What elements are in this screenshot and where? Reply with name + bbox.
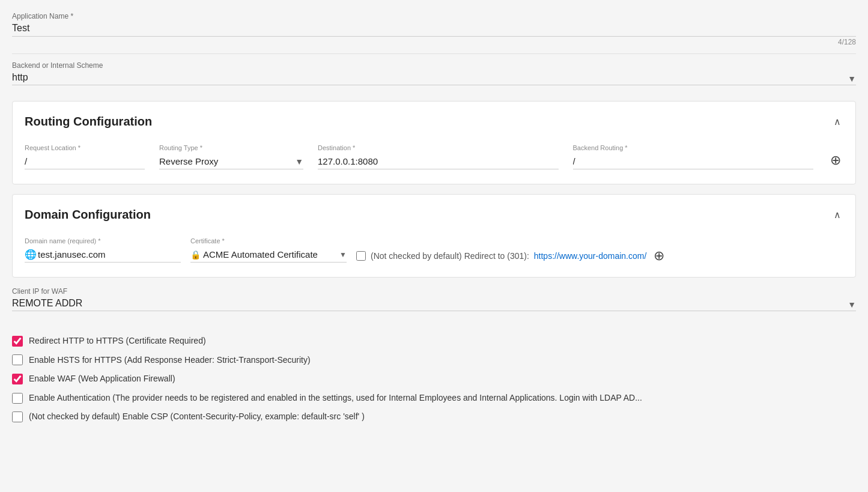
request-location-label: Request Location *	[25, 144, 145, 151]
checkboxes-section: Redirect HTTP to HTTPS (Certificate Requ…	[12, 335, 856, 423]
certificate-select[interactable]: ACME Automated Certificate Custom Certif…	[203, 247, 348, 262]
checkbox-row-3: Enable Authentication (The provider need…	[12, 392, 856, 404]
cert-wrapper: 🔒 ACME Automated Certificate Custom Cert…	[190, 247, 347, 263]
domain-name-input[interactable]	[38, 247, 181, 262]
redirect-url-link[interactable]: https://www.your-domain.com/	[534, 251, 647, 261]
routing-type-label: Routing Type *	[159, 144, 303, 151]
page-container: Application Name * 4/128 Backend or Inte…	[0, 0, 868, 492]
char-count: 4/128	[12, 38, 856, 46]
routing-add-col: ⊕	[828, 154, 843, 169]
client-ip-wrapper: REMOTE ADDR X-Forwarded-For X-Real-IP ▼	[12, 298, 856, 311]
routing-type-select[interactable]: Reverse Proxy Redirect Static Files	[159, 154, 303, 169]
domain-name-input-wrapper: 🌐	[25, 247, 181, 263]
divider-1	[12, 53, 856, 54]
domain-config-title: Domain Configuration	[25, 208, 151, 222]
backend-routing-label: Backend Routing *	[573, 144, 814, 151]
backend-scheme-select[interactable]: http https	[12, 72, 856, 82]
redirect-checkbox[interactable]	[356, 251, 366, 261]
routing-config-card: Routing Configuration ∧ Request Location…	[12, 101, 856, 184]
routing-type-wrapper: Reverse Proxy Redirect Static Files ▼	[159, 154, 303, 169]
domain-form-row: Domain name (required) * 🌐 Certificate *…	[25, 237, 843, 263]
redirect-col: (Not checked by default) Redirect to (30…	[356, 249, 843, 263]
domain-name-col: Domain name (required) * 🌐	[25, 237, 181, 263]
certificate-col: Certificate * 🔒 ACME Automated Certifica…	[190, 237, 347, 263]
checkbox-row-2: Enable WAF (Web Application Firewall)	[12, 373, 856, 385]
certificate-label: Certificate *	[190, 237, 347, 244]
lock-icon: 🔒	[190, 250, 201, 260]
client-ip-label: Client IP for WAF	[12, 287, 856, 296]
enable-csp-label: (Not checked by default) Enable CSP (Con…	[29, 411, 365, 423]
app-name-label: Application Name *	[12, 12, 856, 20]
enable-hsts-label: Enable HSTS for HTTPS (Add Response Head…	[29, 354, 311, 366]
app-name-input[interactable]	[12, 23, 856, 37]
enable-csp-checkbox[interactable]	[12, 412, 23, 422]
backend-scheme-group: Backend or Internal Scheme http https ▼	[12, 61, 856, 85]
routing-form-row: Request Location * Routing Type * Revers…	[25, 144, 843, 169]
domain-config-collapse-btn[interactable]: ∧	[831, 207, 843, 223]
backend-routing-col: Backend Routing *	[573, 144, 814, 169]
routing-config-header: Routing Configuration ∧	[25, 114, 843, 130]
domain-config-card: Domain Configuration ∧ Domain name (requ…	[12, 194, 856, 278]
enable-waf-label: Enable WAF (Web Application Firewall)	[29, 373, 175, 385]
domain-add-button[interactable]: ⊕	[651, 249, 667, 263]
checkbox-row-1: Enable HSTS for HTTPS (Add Response Head…	[12, 354, 856, 366]
redirect-label: (Not checked by default) Redirect to (30…	[371, 251, 529, 261]
enable-hsts-checkbox[interactable]	[12, 354, 23, 365]
domain-config-header: Domain Configuration ∧	[25, 207, 843, 223]
domain-collapse-icon: ∧	[834, 210, 841, 220]
routing-type-col: Routing Type * Reverse Proxy Redirect St…	[159, 144, 303, 169]
destination-label: Destination *	[318, 144, 559, 151]
redirect-https-checkbox[interactable]	[12, 336, 23, 347]
backend-scheme-wrapper: http https ▼	[12, 72, 856, 85]
collapse-icon: ∧	[834, 117, 841, 127]
enable-auth-label: Enable Authentication (The provider need…	[29, 392, 642, 404]
destination-col: Destination *	[318, 144, 559, 169]
enable-auth-checkbox[interactable]	[12, 393, 23, 404]
backend-routing-input[interactable]	[573, 154, 814, 169]
app-name-group: Application Name * 4/128	[12, 12, 856, 46]
client-ip-group: Client IP for WAF REMOTE ADDR X-Forwarde…	[12, 287, 856, 311]
routing-add-button[interactable]: ⊕	[828, 154, 843, 167]
redirect-https-label: Redirect HTTP to HTTPS (Certificate Requ…	[29, 335, 206, 347]
checkbox-row-4: (Not checked by default) Enable CSP (Con…	[12, 411, 856, 423]
enable-waf-checkbox[interactable]	[12, 374, 23, 384]
domain-name-label: Domain name (required) *	[25, 237, 181, 244]
destination-input[interactable]	[318, 154, 559, 169]
backend-scheme-label: Backend or Internal Scheme	[12, 61, 856, 70]
client-ip-select[interactable]: REMOTE ADDR X-Forwarded-For X-Real-IP	[12, 298, 856, 308]
routing-config-collapse-btn[interactable]: ∧	[831, 114, 843, 130]
routing-config-title: Routing Configuration	[25, 115, 152, 129]
request-location-col: Request Location *	[25, 144, 145, 169]
request-location-input[interactable]	[25, 154, 145, 169]
globe-icon: 🌐	[25, 249, 37, 260]
checkbox-row-0: Redirect HTTP to HTTPS (Certificate Requ…	[12, 335, 856, 347]
